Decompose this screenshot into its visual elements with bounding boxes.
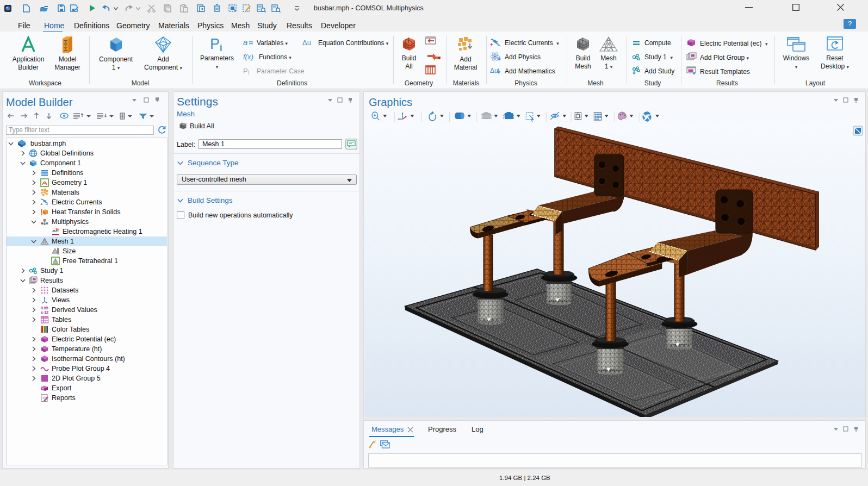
- svg-text:8.85: 8.85: [41, 306, 48, 310]
- svg-text:+: +: [40, 202, 43, 207]
- svg-text:Δu: Δu: [490, 67, 498, 74]
- svg-text:P: P: [210, 36, 220, 52]
- svg-text:f(x): f(x): [243, 53, 253, 61]
- svg-text:e-12: e-12: [41, 310, 48, 314]
- svg-text:i: i: [248, 70, 249, 75]
- svg-text:+: +: [490, 42, 493, 47]
- svg-text:a: a: [243, 39, 247, 47]
- svg-text:−: −: [498, 42, 500, 47]
- svg-text:i: i: [220, 43, 222, 52]
- svg-text:P: P: [243, 67, 248, 75]
- svg-text:Δu: Δu: [302, 39, 311, 47]
- svg-text:−: −: [46, 202, 48, 207]
